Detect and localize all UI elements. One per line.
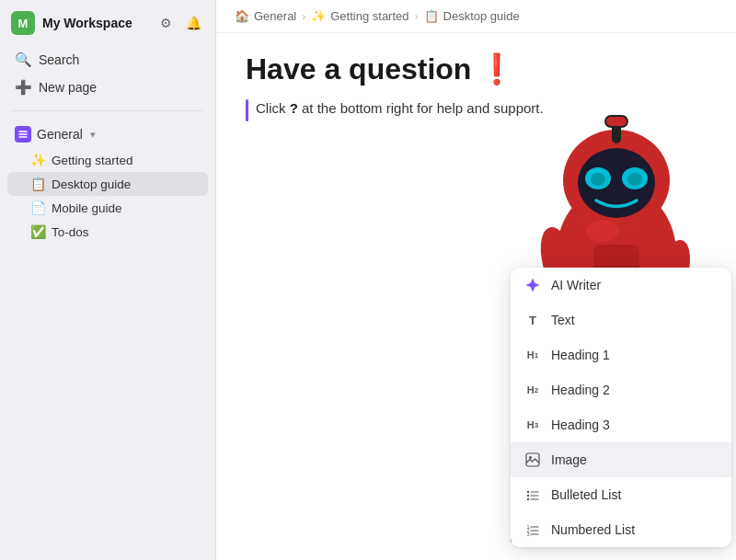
dropdown-item-text[interactable]: T Text: [511, 303, 731, 337]
getting-started-label: Getting started: [52, 154, 133, 167]
dropdown-item-image[interactable]: Image: [511, 442, 731, 477]
sidebar-item-getting-started[interactable]: ✨ Getting started: [7, 148, 208, 172]
svg-point-19: [578, 148, 655, 218]
sidebar-menu: 🔍 Search ➕ New page: [0, 42, 215, 105]
general-section-icon: [15, 126, 31, 143]
svg-point-16: [563, 130, 670, 231]
question-mark: ?: [290, 100, 298, 116]
bulleted-list-label: Bulleted List: [551, 487, 621, 502]
click-text: Click: [256, 100, 290, 116]
breadcrumb-getting-started-label: Getting started: [330, 9, 408, 23]
mobile-guide-label: Mobile guide: [52, 201, 122, 215]
breadcrumb: 🏠 General › ✨ Getting started › 📋 Deskto…: [216, 0, 736, 33]
dropdown-menu: AI Writer T Text H1 Heading 1 H2 Heading…: [511, 268, 731, 547]
svg-point-20: [585, 167, 611, 189]
svg-point-30: [586, 220, 619, 242]
image-icon: [523, 451, 542, 469]
svg-rect-1: [526, 453, 539, 466]
svg-point-7: [527, 498, 529, 500]
settings-icon-button[interactable]: ⚙: [155, 12, 177, 34]
heading1-label: Heading 1: [551, 348, 610, 362]
new-page-label: New page: [39, 80, 97, 95]
block-text: Click ? at the bottom right for help and…: [256, 97, 544, 120]
breadcrumb-sep-2: ›: [415, 10, 419, 23]
bulleted-list-icon: [523, 486, 542, 504]
notifications-icon-button[interactable]: 🔔: [182, 12, 204, 34]
image-label: Image: [551, 452, 587, 467]
mobile-guide-icon: 📄: [29, 200, 46, 215]
sidebar-divider: [11, 110, 204, 111]
svg-point-3: [527, 491, 529, 493]
page-title-text: Have a question: [246, 52, 471, 86]
page-title-emoji: ❗: [478, 51, 515, 86]
breadcrumb-general[interactable]: 🏠 General: [235, 9, 296, 23]
text-icon: T: [523, 311, 542, 329]
general-label: General: [37, 127, 83, 142]
dropdown-item-heading2[interactable]: H2 Heading 2: [511, 372, 731, 407]
heading3-icon: H3: [523, 416, 542, 434]
breadcrumb-getting-started[interactable]: ✨ Getting started: [311, 9, 408, 23]
dropdown-item-bulleted-list[interactable]: Bulleted List: [511, 477, 731, 512]
ai-writer-label: AI Writer: [551, 278, 601, 292]
breadcrumb-desktop-guide[interactable]: 📋 Desktop guide: [424, 9, 520, 23]
general-breadcrumb-icon: 🏠: [235, 9, 249, 23]
content-area: Have a question ❗ Click ? at the bottom …: [216, 33, 736, 560]
getting-started-breadcrumb-icon: ✨: [311, 9, 326, 23]
sidebar-item-mobile-guide[interactable]: 📄 Mobile guide: [7, 196, 208, 220]
sidebar-action-icons: ⚙ 🔔: [155, 12, 204, 34]
svg-point-2: [529, 456, 532, 459]
workspace-name: My Workspace: [42, 16, 132, 30]
sidebar-header: M My Workspace ⚙ 🔔: [0, 0, 215, 42]
breadcrumb-sep-1: ›: [302, 10, 305, 23]
svg-point-23: [627, 173, 642, 186]
sidebar: M My Workspace ⚙ 🔔 🔍 Search ➕ New page: [0, 0, 216, 560]
content-block: Click ? at the bottom right for help and…: [246, 97, 707, 121]
breadcrumb-general-label: General: [254, 9, 296, 23]
dropdown-item-ai-writer[interactable]: AI Writer: [511, 268, 731, 303]
numbered-list-label: Numbered List: [551, 522, 635, 537]
todos-label: To-dos: [52, 225, 89, 239]
desktop-guide-breadcrumb-icon: 📋: [424, 9, 439, 23]
todos-icon: ✅: [29, 224, 46, 239]
svg-point-22: [591, 173, 605, 186]
dropdown-item-numbered-list[interactable]: 1. 2. 3. Numbered List: [511, 512, 731, 547]
ai-writer-icon: [523, 276, 542, 294]
dropdown-item-heading1[interactable]: H1 Heading 1: [511, 337, 731, 372]
sidebar-item-desktop-guide[interactable]: 📋 Desktop guide: [7, 172, 208, 196]
svg-point-5: [527, 495, 529, 497]
search-menu-item[interactable]: 🔍 Search: [7, 46, 208, 74]
nav-section: General ▾ ✨ Getting started 📋 Desktop gu…: [0, 117, 215, 247]
block-border: [246, 99, 248, 121]
svg-point-21: [622, 167, 648, 189]
sidebar-item-todos[interactable]: ✅ To-dos: [7, 220, 208, 244]
help-text: at the bottom right for help and support…: [302, 100, 544, 116]
main-content: 🏠 General › ✨ Getting started › 📋 Deskto…: [216, 0, 736, 560]
dropdown-item-heading3[interactable]: H3 Heading 3: [511, 407, 731, 442]
general-section-header[interactable]: General ▾: [7, 120, 208, 148]
svg-rect-17: [612, 123, 621, 143]
workspace-row[interactable]: M My Workspace: [11, 11, 132, 35]
heading1-icon: H1: [523, 346, 542, 364]
new-page-menu-item[interactable]: ➕ New page: [7, 74, 208, 101]
breadcrumb-desktop-guide-label: Desktop guide: [443, 9, 520, 23]
getting-started-icon: ✨: [29, 153, 46, 167]
page-title: Have a question ❗: [246, 51, 707, 86]
heading3-label: Heading 3: [551, 417, 610, 432]
chevron-icon: ▾: [90, 129, 96, 141]
plus-icon: ➕: [15, 79, 31, 96]
search-label: Search: [39, 52, 79, 67]
desktop-guide-label: Desktop guide: [52, 177, 131, 191]
heading2-label: Heading 2: [551, 383, 610, 397]
search-icon: 🔍: [15, 51, 31, 68]
heading2-icon: H2: [523, 381, 542, 399]
text-label: Text: [551, 313, 575, 327]
desktop-guide-icon: 📋: [29, 177, 46, 191]
avatar: M: [11, 11, 35, 35]
numbered-list-icon: 1. 2. 3.: [523, 520, 542, 539]
